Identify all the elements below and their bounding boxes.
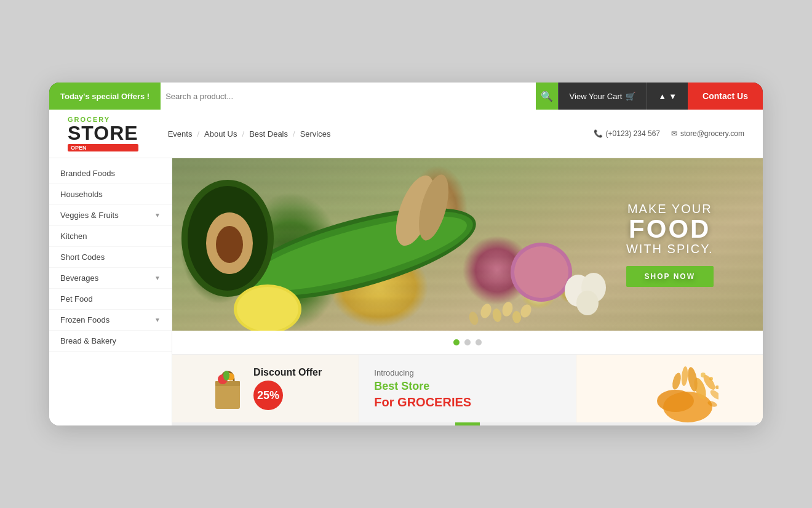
svg-point-38: [715, 385, 718, 389]
email-info: ✉ store@grocery.com: [671, 129, 744, 138]
sidebar-item-households[interactable]: Households: [49, 184, 172, 205]
contact-label: Contact Us: [703, 91, 748, 101]
contact-info: 📞 (+0123) 234 567 ✉ store@grocery.com: [594, 129, 744, 138]
svg-point-33: [671, 372, 683, 390]
hero-banner: MAKE YOUR FOOD WITH SPICY. SHOP NOW: [172, 158, 763, 331]
sidebar-item-pet-food[interactable]: Pet Food: [49, 289, 172, 310]
contact-us-button[interactable]: Contact Us: [688, 83, 763, 110]
sidebar-item-label: Kitchen: [60, 232, 87, 241]
right-content: MAKE YOUR FOOD WITH SPICY. SHOP NOW: [172, 158, 763, 425]
grocery-bag-icon: [209, 366, 246, 412]
top-bar: Today's special Offers ! 🔍 View Your Car…: [49, 83, 763, 110]
promo-juice-card[interactable]: [576, 355, 763, 422]
promo-cards: Discount Offer 25% Introducing Best Stor…: [172, 354, 763, 422]
best-store-label: Best Store: [374, 380, 429, 393]
sidebar-item-label: Branded Foods: [60, 169, 115, 178]
sidebar-item-frozen-foods[interactable]: Frozen Foods ▼: [49, 310, 172, 331]
for-groceries-label: For GROCERIES: [374, 395, 471, 409]
hero-dot-1[interactable]: [453, 339, 460, 345]
nav-deals[interactable]: Best Deals: [244, 129, 293, 139]
hero-line3: WITH SPICY.: [626, 242, 714, 256]
offers-label: Today's special Offers !: [60, 92, 149, 101]
sidebar-item-label: Bread & Bakery: [60, 336, 116, 345]
sidebar-item-label: Beverages: [60, 273, 98, 283]
search-icon: 🔍: [541, 91, 553, 102]
sidebar: Branded Foods Households Veggies & Fruit…: [49, 158, 172, 425]
hero-dot-3[interactable]: [476, 339, 482, 345]
search-area: [161, 83, 535, 110]
discount-label: Discount Offer: [253, 367, 322, 378]
sidebar-item-label: Households: [60, 190, 103, 199]
nav-links: Events / About Us / Best Deals / Service…: [163, 129, 594, 139]
svg-point-37: [709, 377, 713, 381]
intro-label: Introducing: [374, 368, 413, 377]
main-content: Branded Foods Households Veggies & Fruit…: [49, 158, 763, 425]
email-icon: ✉: [671, 129, 677, 138]
nav-services[interactable]: Services: [295, 129, 336, 139]
offers-banner: Today's special Offers !: [49, 83, 161, 110]
cart-icon: 🛒: [626, 92, 635, 101]
logo-open-badge: OPEN: [68, 144, 138, 151]
sidebar-item-branded-foods[interactable]: Branded Foods: [49, 163, 172, 184]
sidebar-item-kitchen[interactable]: Kitchen: [49, 226, 172, 247]
svg-point-26: [223, 371, 229, 381]
discount-badge: 25%: [253, 381, 283, 410]
promo-best-store-card[interactable]: Introducing Best Store For GROCERIES: [359, 355, 576, 422]
sidebar-item-veggies[interactable]: Veggies & Fruits ▼: [49, 205, 172, 226]
svg-point-36: [701, 373, 706, 377]
email-address: store@grocery.com: [680, 129, 744, 138]
svg-point-32: [681, 366, 689, 387]
search-input[interactable]: [165, 92, 530, 101]
svg-point-28: [657, 390, 694, 412]
logo-store: STORE: [68, 123, 138, 143]
nav-events[interactable]: Events: [163, 129, 197, 139]
chevron-down-icon: ▼: [154, 316, 161, 323]
scroll-indicator: [172, 422, 763, 425]
sidebar-item-beverages[interactable]: Beverages ▼: [49, 268, 172, 289]
account-button[interactable]: ▲ ▼: [647, 83, 688, 110]
sidebar-item-label: Frozen Foods: [60, 315, 109, 325]
search-button[interactable]: 🔍: [536, 83, 558, 110]
sidebar-item-label: Veggies & Fruits: [60, 211, 119, 220]
juice-splash-icon: [620, 355, 718, 422]
phone-number: (+0123) 234 567: [606, 129, 660, 138]
sidebar-item-short-codes[interactable]: Short Codes: [49, 247, 172, 268]
nav-about[interactable]: About Us: [199, 129, 242, 139]
phone-info: 📞 (+0123) 234 567: [594, 129, 660, 138]
phone-icon: 📞: [594, 129, 603, 138]
discount-text: Discount Offer 25%: [253, 367, 322, 410]
sidebar-item-label: Short Codes: [60, 252, 105, 262]
account-arrow: ▼: [669, 92, 677, 101]
hero-text: MAKE YOUR FOOD WITH SPICY. SHOP NOW: [626, 202, 714, 287]
header-nav: GROCERY STORE OPEN Events / About Us / B…: [49, 110, 763, 158]
shop-now-button[interactable]: SHOP NOW: [626, 266, 714, 287]
promo-discount-card[interactable]: Discount Offer 25%: [172, 355, 359, 422]
user-icon: ▲: [658, 92, 666, 101]
cart-label: View Your Cart: [570, 92, 623, 101]
scroll-bar: [455, 422, 480, 425]
svg-point-34: [709, 389, 718, 401]
chevron-down-icon: ▼: [154, 275, 161, 281]
hero-dot-2[interactable]: [464, 339, 471, 345]
cart-button[interactable]: View Your Cart 🛒: [558, 83, 647, 110]
hero-line2: FOOD: [626, 216, 714, 242]
chevron-down-icon: ▼: [154, 212, 161, 219]
logo: GROCERY STORE OPEN: [68, 116, 138, 151]
hero-dots: [172, 331, 763, 354]
sidebar-item-label: Pet Food: [60, 294, 93, 304]
sidebar-item-bread-bakery[interactable]: Bread & Bakery: [49, 331, 172, 352]
